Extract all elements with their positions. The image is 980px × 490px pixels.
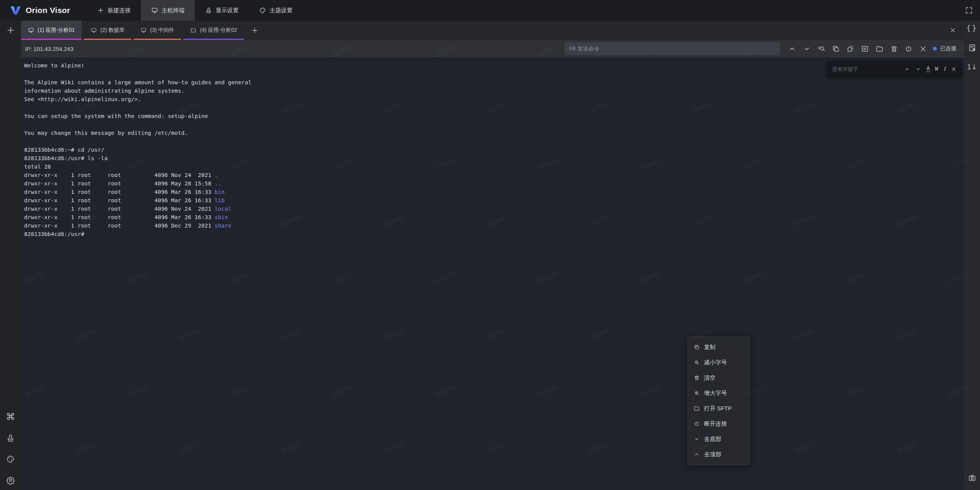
left-sidebar-bottom: ⌘: [6, 412, 15, 485]
new-tab-button[interactable]: [251, 27, 258, 34]
theme-settings-button[interactable]: [6, 455, 15, 464]
terminal-line: [24, 120, 964, 129]
terminal-line: drwxr-xr-x 1 root root 4096 Dec 29 2021 …: [24, 221, 964, 230]
clear-button[interactable]: [890, 45, 898, 53]
match-case-toggle[interactable]: A: [926, 66, 929, 72]
tab-underline: [134, 39, 181, 40]
plus-icon: [251, 27, 258, 34]
command-icon: ⌘: [6, 412, 15, 421]
context-menu-item-increase-font[interactable]: 增大字号: [688, 385, 750, 401]
search-minus-icon: [694, 359, 700, 365]
left-sidebar: ⌘: [0, 21, 21, 490]
terminal-search-panel: AWI: [827, 61, 962, 77]
stamp-icon: [205, 7, 212, 14]
terminal-line: [24, 137, 964, 146]
topbar-item-display-settings[interactable]: 显示设置: [195, 0, 249, 21]
main-shell: ⌘ (1) 应用-分析01(2) 数据库(3) 中间件(4) 应用-分析02 I…: [0, 21, 980, 490]
topbar-item-label: 主机终端: [162, 7, 185, 14]
tab-app-analysis-02[interactable]: (4) 应用-分析02: [183, 21, 244, 40]
context-menu-label: 减小字号: [704, 359, 727, 366]
sort-order-button[interactable]: 1↓: [967, 64, 977, 70]
topbar-item-theme-settings[interactable]: 主题设置: [249, 0, 303, 21]
context-menu-label: 去底部: [704, 436, 721, 443]
context-menu-item-clear[interactable]: 清空: [688, 370, 750, 385]
right-sidebar-bottom: [968, 474, 977, 484]
context-menu-item-decrease-font[interactable]: 减小字号: [688, 355, 750, 370]
new-connection-tab-button[interactable]: [6, 26, 15, 35]
command-input[interactable]: [565, 42, 780, 55]
tab-database[interactable]: (2) 数据库: [84, 21, 131, 40]
shortcut-keys-button[interactable]: ⌘: [6, 412, 15, 421]
close-terminal-button[interactable]: [919, 45, 927, 53]
tab-label: (2) 数据库: [100, 27, 124, 34]
variables-button[interactable]: {}: [966, 25, 978, 32]
topbar-item-new-connection[interactable]: 新建连接: [87, 0, 141, 21]
tabbar-close-button[interactable]: [949, 27, 956, 34]
command-snippet-button[interactable]: [861, 45, 869, 53]
context-menu-label: 打开 SFTP: [704, 405, 732, 412]
tab-app-analysis-01[interactable]: (1) 应用-分析01: [21, 21, 82, 40]
sort-icon: 1↓: [967, 64, 977, 70]
display-settings-button[interactable]: [6, 434, 15, 442]
app-title: Orion Visor: [26, 6, 70, 15]
tab-label: (4) 应用-分析02: [200, 27, 237, 34]
braces-icon: {}: [966, 25, 978, 32]
terminal-line: 828133bb4cd6:/usr# ls -la: [24, 154, 964, 162]
topbar-item-host-terminal[interactable]: 主机终端: [141, 0, 195, 21]
tab-underline: [84, 39, 131, 40]
terminal-line: drwxr-xr-x 1 root root 4096 May 28 15:58…: [24, 179, 964, 188]
search-close-button[interactable]: [951, 66, 957, 72]
search-button[interactable]: [817, 45, 825, 53]
power-icon: [905, 45, 913, 53]
regex-toggle[interactable]: I: [944, 66, 946, 72]
terminal-line: total 28: [24, 162, 964, 171]
terminal-line: [24, 103, 964, 112]
topbar-menu: 新建连接主机终端显示设置主题设置: [87, 0, 303, 21]
tab-middleware[interactable]: (3) 中间件: [134, 21, 181, 40]
settings-button[interactable]: [6, 476, 15, 485]
chevron-down-icon: [915, 66, 921, 72]
paste-button[interactable]: [846, 45, 854, 53]
terminal-line: [24, 70, 964, 78]
orion-visor-logo: [10, 5, 21, 16]
disconnect-button[interactable]: [905, 45, 913, 53]
sftp-button[interactable]: [875, 45, 884, 53]
terminal-line: drwxr-xr-x 1 root root 4096 Mar 26 16:33…: [24, 188, 964, 196]
ip-label: IP: 101.43.254.243: [25, 46, 74, 52]
terminal-output: Welcome to Alpine!The Alpine Wiki contai…: [24, 61, 964, 238]
terminal-line: 828133bb4cd6:~# cd /usr/: [24, 146, 964, 154]
whole-word-toggle[interactable]: W: [935, 66, 938, 72]
chevron-down-icon: [803, 45, 811, 53]
paste-icon: [846, 45, 854, 53]
right-sidebar-top: {}1↓: [966, 25, 978, 70]
context-menu-item-to-top[interactable]: 去顶部: [688, 447, 750, 462]
session-notes-button[interactable]: [968, 43, 977, 52]
scroll-to-top-button[interactable]: [788, 45, 796, 53]
search-plus-icon: [694, 390, 700, 396]
fullscreen-button[interactable]: [965, 6, 973, 15]
context-menu-label: 复制: [704, 344, 715, 351]
screenshot-button[interactable]: [968, 474, 977, 482]
tabbar: (1) 应用-分析01(2) 数据库(3) 中间件(4) 应用-分析02: [21, 21, 964, 40]
status-label: 已连接: [940, 45, 956, 52]
search-prev-button[interactable]: [904, 66, 910, 72]
copy-button[interactable]: [832, 45, 840, 53]
trash-icon: [694, 375, 700, 381]
search-input[interactable]: [832, 66, 901, 72]
brand: Orion Visor: [10, 5, 70, 16]
context-menu-item-open-sftp[interactable]: 打开 SFTP: [688, 401, 750, 416]
context-menu-item-disconnect[interactable]: 断开连接: [688, 416, 750, 431]
terminal-line: The Alpine Wiki contains a large amount …: [24, 78, 964, 87]
context-menu-item-copy[interactable]: 复制: [688, 339, 750, 355]
terminal-line: drwxr-xr-x 1 root root 4096 Mar 26 16:33…: [24, 213, 964, 221]
scroll-to-bottom-button[interactable]: [803, 45, 811, 53]
gear-icon: [6, 476, 15, 485]
context-menu-item-to-bottom[interactable]: 去底部: [688, 431, 750, 447]
copy-icon: [832, 45, 840, 53]
palette-icon: [6, 455, 15, 464]
chevron-up-icon: [904, 66, 910, 72]
chevron-up-icon: [694, 451, 700, 457]
topbar: Orion Visor 新建连接主机终端显示设置主题设置: [0, 0, 980, 21]
terminal[interactable]: Welcome to Alpine!The Alpine Wiki contai…: [21, 57, 964, 490]
search-next-button[interactable]: [915, 66, 921, 72]
